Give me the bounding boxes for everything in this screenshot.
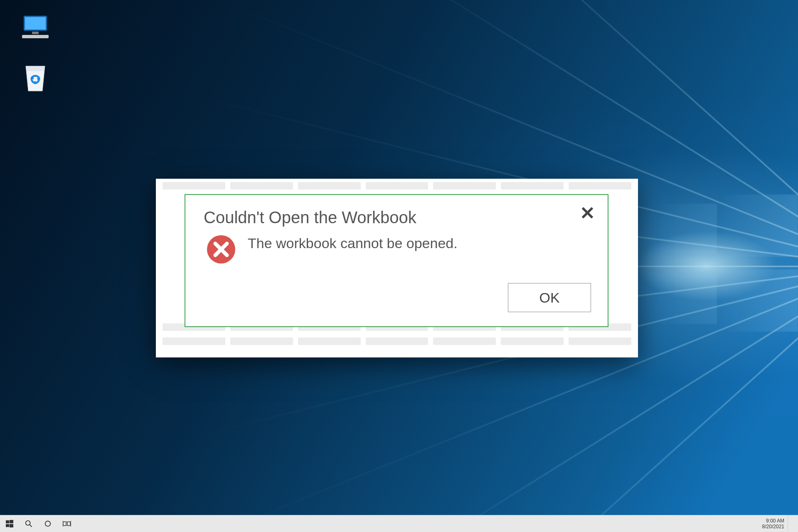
svg-rect-15: [63, 522, 66, 525]
svg-rect-9: [10, 520, 13, 523]
desktop-icon-recycle-bin[interactable]: [12, 63, 58, 92]
recycle-bin-icon: [21, 63, 50, 92]
dialog-message: The workbook cannot be opened.: [248, 235, 458, 251]
svg-rect-2: [32, 32, 39, 34]
system-clock[interactable]: 9:00 AM 8/20/2021: [759, 518, 788, 530]
start-button[interactable]: [0, 515, 19, 532]
computer-icon: [21, 12, 50, 42]
svg-rect-8: [6, 520, 9, 523]
ok-button-label: OK: [539, 290, 559, 306]
show-desktop-button[interactable]: [788, 515, 798, 532]
svg-line-13: [30, 525, 32, 527]
ok-button[interactable]: OK: [508, 283, 591, 312]
svg-rect-1: [25, 17, 46, 30]
desktop-icon-this-pc[interactable]: [12, 12, 58, 42]
search-icon: [25, 520, 32, 527]
close-button[interactable]: ✕: [580, 204, 595, 222]
taskbar: 9:00 AM 8/20/2021: [0, 515, 798, 532]
windows-logo-icon: [6, 520, 13, 527]
svg-rect-16: [67, 522, 70, 525]
svg-point-14: [45, 521, 51, 527]
clock-date: 8/20/2021: [762, 524, 784, 530]
clock-time: 9:00 AM: [762, 518, 784, 524]
cortana-icon: [44, 520, 52, 527]
search-button[interactable]: [19, 515, 38, 532]
svg-rect-10: [6, 524, 9, 527]
task-view-icon: [63, 520, 71, 527]
error-icon: [206, 234, 236, 266]
cortana-button[interactable]: [38, 515, 57, 532]
close-icon: ✕: [580, 203, 595, 223]
svg-rect-11: [10, 524, 13, 527]
svg-point-12: [26, 521, 30, 525]
error-dialog: ✕ Couldn't Open the Workbook The workboo…: [185, 194, 608, 327]
dialog-title: Couldn't Open the Workbook: [204, 208, 591, 227]
task-view-button[interactable]: [57, 515, 76, 532]
svg-rect-3: [22, 35, 49, 38]
